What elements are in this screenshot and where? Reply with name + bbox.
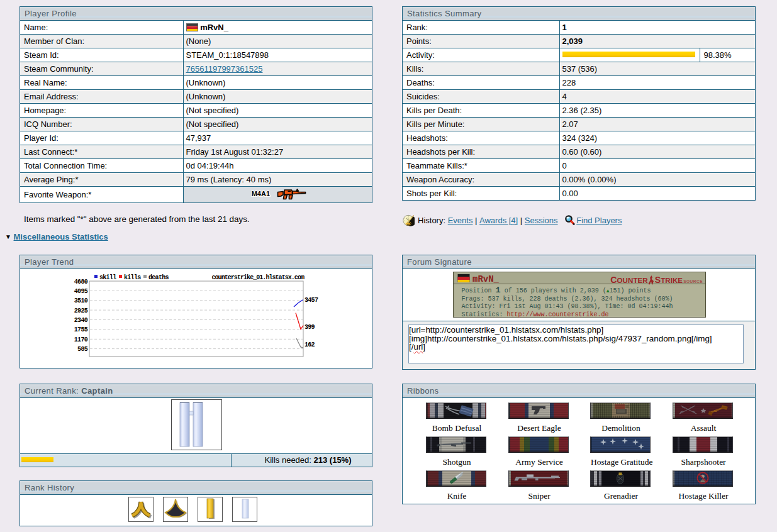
svg-text:1170: 1170 <box>74 336 88 343</box>
svg-text:3510: 3510 <box>74 297 88 304</box>
svg-text:4680: 4680 <box>74 279 88 285</box>
svg-text:1755: 1755 <box>74 326 88 333</box>
svg-text:399: 399 <box>305 324 315 331</box>
svg-text:2340: 2340 <box>74 317 88 324</box>
svg-text:4095: 4095 <box>74 288 88 295</box>
svg-text:3457: 3457 <box>305 297 318 304</box>
svg-text:585: 585 <box>77 346 88 353</box>
svg-text:2925: 2925 <box>74 308 88 314</box>
svg-text:162: 162 <box>305 341 315 348</box>
